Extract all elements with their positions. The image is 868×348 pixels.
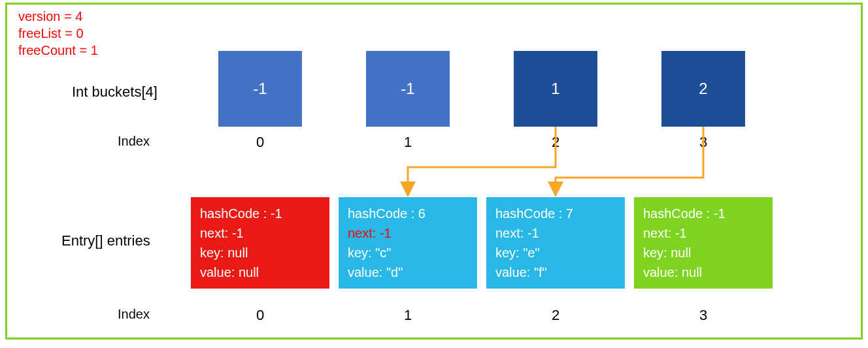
entry-2-value: value: "f" xyxy=(495,262,616,282)
bucket-0: -1 xyxy=(218,51,302,127)
entry-0: hashCode : -1 next: -1 key: null value: … xyxy=(191,197,329,289)
diagram-canvas: version = 4 freeList = 0 freeCount = 1 I… xyxy=(0,0,868,348)
entry-1-key: key: "c" xyxy=(348,243,468,262)
bucket-index-1: 1 xyxy=(398,134,418,151)
entries-array-label: Entry[] entries xyxy=(61,232,150,249)
meta-freelist: freeList = 0 xyxy=(18,25,98,42)
entry-1: hashCode : 6 next: -1 key: "c" value: "d… xyxy=(339,197,477,289)
meta-version: version = 4 xyxy=(18,8,98,25)
entry-1-value: value: "d" xyxy=(348,262,468,282)
entry-2-next: next: -1 xyxy=(495,223,616,243)
entry-1-hashcode: hashCode : 6 xyxy=(348,204,468,223)
bucket-3-value: 2 xyxy=(699,80,707,98)
entry-index-3: 3 xyxy=(693,307,713,324)
entry-0-key: key: null xyxy=(200,243,320,262)
entry-index-2: 2 xyxy=(546,307,565,324)
buckets-array-label: Int buckets[4] xyxy=(72,84,158,101)
meta-block: version = 4 freeList = 0 freeCount = 1 xyxy=(18,8,98,59)
bucket-1-value: -1 xyxy=(401,80,414,98)
bucket-1: -1 xyxy=(366,51,450,127)
entry-2-key: key: "e" xyxy=(495,243,616,262)
entry-3: hashCode : -1 next: -1 key: null value: … xyxy=(634,197,773,289)
entry-2-hashcode: hashCode : 7 xyxy=(495,204,616,223)
entry-0-next: next: -1 xyxy=(200,223,320,243)
bucket-3: 2 xyxy=(661,51,745,127)
bucket-2: 1 xyxy=(514,51,597,127)
bucket-index-3: 3 xyxy=(693,134,713,151)
entry-3-next: next: -1 xyxy=(643,223,763,243)
entry-2: hashCode : 7 next: -1 key: "e" value: "f… xyxy=(486,197,625,289)
bucket-index-label: Index xyxy=(118,134,150,149)
entry-3-hashcode: hashCode : -1 xyxy=(643,204,763,223)
entry-3-key: key: null xyxy=(643,243,763,262)
entry-index-1: 1 xyxy=(398,307,418,324)
entry-1-next: next: -1 xyxy=(348,223,468,243)
meta-freecount: freeCount = 1 xyxy=(18,42,98,59)
entry-3-value: value: null xyxy=(643,262,763,282)
bucket-index-0: 0 xyxy=(250,134,270,151)
entry-0-value: value: null xyxy=(200,262,320,282)
bucket-2-value: 1 xyxy=(551,80,559,98)
entry-index-label: Index xyxy=(118,307,150,322)
bucket-0-value: -1 xyxy=(253,80,267,98)
bucket-index-2: 2 xyxy=(546,134,565,151)
entry-index-0: 0 xyxy=(250,307,270,324)
entry-0-hashcode: hashCode : -1 xyxy=(200,204,320,223)
